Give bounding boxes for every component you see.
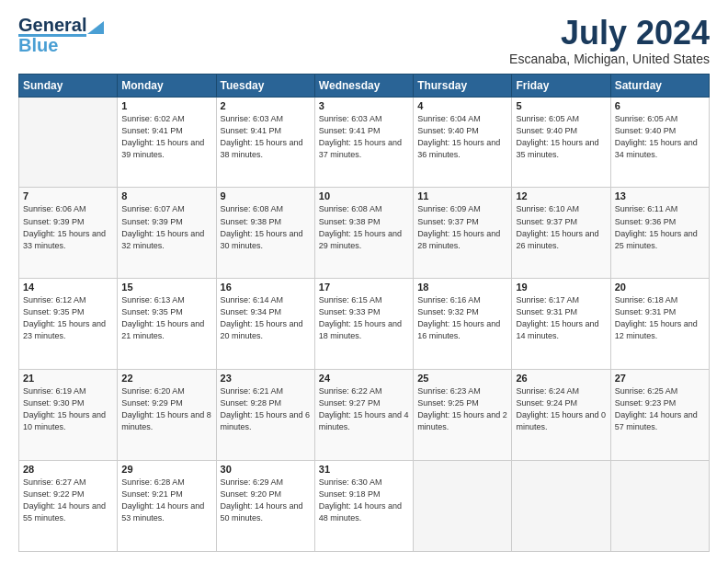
day-number: 6: [615, 100, 705, 111]
day-number: 18: [417, 282, 507, 293]
day-number: 3: [319, 100, 409, 111]
day-cell: 1Sunrise: 6:02 AMSunset: 9:41 PMDaylight…: [118, 97, 216, 188]
location: Escanaba, Michigan, United States: [509, 52, 710, 66]
week-row-5: 28Sunrise: 6:27 AMSunset: 9:22 PMDayligh…: [19, 461, 710, 552]
day-cell: 26Sunrise: 6:24 AMSunset: 9:24 PMDayligh…: [512, 370, 610, 461]
calendar-body: 1Sunrise: 6:02 AMSunset: 9:41 PMDaylight…: [19, 97, 710, 551]
day-cell: 25Sunrise: 6:23 AMSunset: 9:25 PMDayligh…: [414, 370, 512, 461]
day-number: 12: [516, 190, 606, 201]
day-number: 5: [516, 100, 606, 111]
day-cell: 17Sunrise: 6:15 AMSunset: 9:33 PMDayligh…: [314, 279, 413, 370]
day-cell: [414, 461, 512, 552]
day-cell: 11Sunrise: 6:09 AMSunset: 9:37 PMDayligh…: [414, 188, 512, 279]
day-number: 28: [23, 464, 113, 475]
day-cell: 24Sunrise: 6:22 AMSunset: 9:27 PMDayligh…: [314, 370, 413, 461]
day-info: Sunrise: 6:13 AMSunset: 9:35 PMDaylight:…: [121, 295, 204, 340]
day-info: Sunrise: 6:09 AMSunset: 9:37 PMDaylight:…: [417, 204, 500, 249]
day-cell: 28Sunrise: 6:27 AMSunset: 9:22 PMDayligh…: [19, 461, 118, 552]
day-number: 13: [615, 190, 705, 201]
header: General Blue July 2024 Escanaba, Michiga…: [18, 15, 710, 66]
day-number: 17: [319, 282, 409, 293]
day-info: Sunrise: 6:29 AMSunset: 9:20 PMDaylight:…: [221, 477, 303, 523]
day-cell: 8Sunrise: 6:07 AMSunset: 9:39 PMDaylight…: [118, 188, 216, 279]
day-info: Sunrise: 6:15 AMSunset: 9:33 PMDaylight:…: [319, 295, 402, 340]
weekday-wednesday: Wednesday: [314, 74, 413, 97]
day-info: Sunrise: 6:21 AMSunset: 9:28 PMDaylight:…: [221, 386, 311, 431]
day-cell: 5Sunrise: 6:05 AMSunset: 9:40 PMDaylight…: [512, 97, 610, 188]
day-info: Sunrise: 6:19 AMSunset: 9:30 PMDaylight:…: [23, 386, 106, 431]
weekday-thursday: Thursday: [414, 74, 512, 97]
day-info: Sunrise: 6:30 AMSunset: 9:18 PMDaylight:…: [319, 477, 402, 523]
day-info: Sunrise: 6:18 AMSunset: 9:31 PMDaylight:…: [615, 295, 698, 340]
day-info: Sunrise: 6:16 AMSunset: 9:32 PMDaylight:…: [417, 295, 500, 340]
day-cell: 29Sunrise: 6:28 AMSunset: 9:21 PMDayligh…: [118, 461, 216, 552]
day-info: Sunrise: 6:14 AMSunset: 9:34 PMDaylight:…: [221, 295, 303, 340]
svg-marker-0: [87, 21, 104, 34]
calendar-header: SundayMondayTuesdayWednesdayThursdayFrid…: [19, 74, 710, 97]
day-number: 25: [417, 373, 507, 384]
day-info: Sunrise: 6:05 AMSunset: 9:40 PMDaylight:…: [615, 114, 698, 159]
weekday-tuesday: Tuesday: [216, 74, 314, 97]
day-number: 27: [615, 373, 705, 384]
logo-general: General: [18, 15, 86, 36]
week-row-4: 21Sunrise: 6:19 AMSunset: 9:30 PMDayligh…: [19, 370, 710, 461]
day-cell: 12Sunrise: 6:10 AMSunset: 9:37 PMDayligh…: [512, 188, 610, 279]
day-cell: 10Sunrise: 6:08 AMSunset: 9:38 PMDayligh…: [314, 188, 413, 279]
day-info: Sunrise: 6:17 AMSunset: 9:31 PMDaylight:…: [516, 295, 598, 340]
day-number: 30: [221, 464, 311, 475]
day-number: 10: [319, 190, 409, 201]
page: General Blue July 2024 Escanaba, Michiga…: [0, 0, 728, 563]
day-cell: 23Sunrise: 6:21 AMSunset: 9:28 PMDayligh…: [216, 370, 314, 461]
day-cell: 21Sunrise: 6:19 AMSunset: 9:30 PMDayligh…: [19, 370, 118, 461]
day-info: Sunrise: 6:10 AMSunset: 9:37 PMDaylight:…: [516, 204, 598, 249]
day-info: Sunrise: 6:03 AMSunset: 9:41 PMDaylight:…: [221, 114, 303, 159]
day-number: 22: [121, 373, 211, 384]
day-cell: 7Sunrise: 6:06 AMSunset: 9:39 PMDaylight…: [19, 188, 118, 279]
day-number: 15: [121, 282, 211, 293]
day-number: 20: [615, 282, 705, 293]
day-info: Sunrise: 6:02 AMSunset: 9:41 PMDaylight:…: [121, 114, 204, 159]
day-cell: 16Sunrise: 6:14 AMSunset: 9:34 PMDayligh…: [216, 279, 314, 370]
day-number: 14: [23, 282, 113, 293]
day-cell: [512, 461, 610, 552]
day-number: 9: [221, 190, 311, 201]
day-cell: 14Sunrise: 6:12 AMSunset: 9:35 PMDayligh…: [19, 279, 118, 370]
day-cell: 9Sunrise: 6:08 AMSunset: 9:38 PMDaylight…: [216, 188, 314, 279]
week-row-3: 14Sunrise: 6:12 AMSunset: 9:35 PMDayligh…: [19, 279, 710, 370]
title-area: July 2024 Escanaba, Michigan, United Sta…: [509, 15, 710, 66]
day-number: 29: [121, 464, 211, 475]
weekday-saturday: Saturday: [610, 74, 709, 97]
day-number: 26: [516, 373, 606, 384]
day-info: Sunrise: 6:28 AMSunset: 9:21 PMDaylight:…: [121, 477, 204, 523]
logo: General Blue: [18, 15, 104, 56]
day-info: Sunrise: 6:08 AMSunset: 9:38 PMDaylight:…: [221, 204, 303, 249]
day-info: Sunrise: 6:12 AMSunset: 9:35 PMDaylight:…: [23, 295, 106, 340]
day-info: Sunrise: 6:25 AMSunset: 9:23 PMDaylight:…: [615, 386, 698, 431]
day-cell: 20Sunrise: 6:18 AMSunset: 9:31 PMDayligh…: [610, 279, 709, 370]
day-number: 19: [516, 282, 606, 293]
week-row-2: 7Sunrise: 6:06 AMSunset: 9:39 PMDaylight…: [19, 188, 710, 279]
day-cell: 3Sunrise: 6:03 AMSunset: 9:41 PMDaylight…: [314, 97, 413, 188]
day-cell: 27Sunrise: 6:25 AMSunset: 9:23 PMDayligh…: [610, 370, 709, 461]
day-cell: 22Sunrise: 6:20 AMSunset: 9:29 PMDayligh…: [118, 370, 216, 461]
day-cell: 2Sunrise: 6:03 AMSunset: 9:41 PMDaylight…: [216, 97, 314, 188]
day-info: Sunrise: 6:03 AMSunset: 9:41 PMDaylight:…: [319, 114, 402, 159]
day-number: 11: [417, 190, 507, 201]
calendar-table: SundayMondayTuesdayWednesdayThursdayFrid…: [18, 74, 710, 552]
day-info: Sunrise: 6:08 AMSunset: 9:38 PMDaylight:…: [319, 204, 402, 249]
day-cell: [19, 97, 118, 188]
day-cell: 15Sunrise: 6:13 AMSunset: 9:35 PMDayligh…: [118, 279, 216, 370]
day-info: Sunrise: 6:20 AMSunset: 9:29 PMDaylight:…: [121, 386, 211, 431]
day-number: 7: [23, 190, 113, 201]
day-info: Sunrise: 6:04 AMSunset: 9:40 PMDaylight:…: [417, 114, 500, 159]
day-number: 1: [121, 100, 211, 111]
day-cell: [610, 461, 709, 552]
day-cell: 31Sunrise: 6:30 AMSunset: 9:18 PMDayligh…: [314, 461, 413, 552]
day-cell: 30Sunrise: 6:29 AMSunset: 9:20 PMDayligh…: [216, 461, 314, 552]
weekday-sunday: Sunday: [19, 74, 118, 97]
day-number: 2: [221, 100, 311, 111]
day-number: 4: [417, 100, 507, 111]
day-number: 21: [23, 373, 113, 384]
day-cell: 18Sunrise: 6:16 AMSunset: 9:32 PMDayligh…: [414, 279, 512, 370]
day-number: 31: [319, 464, 409, 475]
